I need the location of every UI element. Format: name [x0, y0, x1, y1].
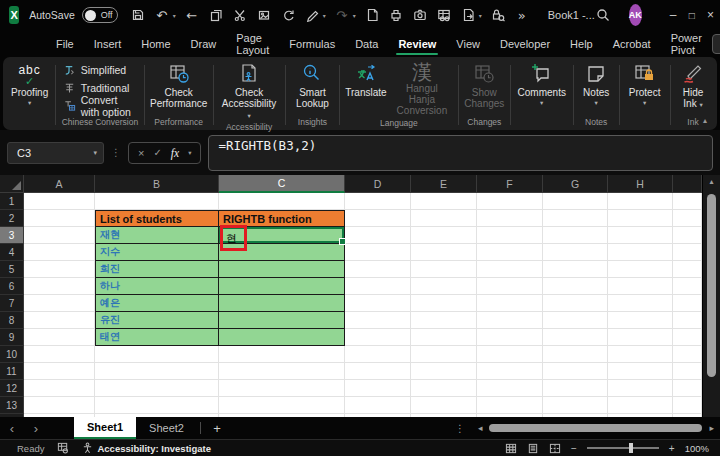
- tab-view[interactable]: View: [446, 30, 490, 57]
- tab-developer[interactable]: Developer: [490, 30, 560, 57]
- row-header[interactable]: 7: [0, 295, 24, 312]
- page-layout-view-icon[interactable]: [527, 443, 539, 454]
- cut-icon[interactable]: [232, 7, 248, 23]
- student-cell-b7[interactable]: 예은: [95, 295, 219, 312]
- notes-button[interactable]: Notes ▾: [576, 60, 616, 107]
- page-break-view-icon[interactable]: [549, 443, 561, 454]
- column-header-a[interactable]: A: [24, 175, 95, 193]
- tab-file[interactable]: File: [46, 30, 84, 57]
- row-header-selected[interactable]: 3: [0, 227, 24, 244]
- insert-function-icon[interactable]: fx: [171, 147, 179, 159]
- tab-insert[interactable]: Insert: [84, 30, 132, 57]
- redo-icon[interactable]: ↷: [334, 7, 350, 23]
- column-header-e[interactable]: E: [411, 175, 477, 193]
- export-icon[interactable]: [460, 7, 476, 23]
- student-cell-b4[interactable]: 지수: [95, 244, 219, 261]
- formula-input[interactable]: =RIGHTB(B3,2): [208, 135, 713, 171]
- scroll-up-icon[interactable]: ▴: [703, 177, 720, 186]
- row-header[interactable]: 8: [0, 312, 24, 329]
- check-accessibility-button[interactable]: Check Accessibility ▾: [216, 60, 282, 121]
- horizontal-scrollbar-thumb[interactable]: [489, 424, 702, 432]
- permissions-icon[interactable]: [490, 7, 506, 23]
- smart-lookup-button[interactable]: Smart Lookup: [288, 60, 336, 109]
- student-cell-b9[interactable]: 태연: [95, 329, 219, 346]
- convert-with-option-button[interactable]: Convert with option: [59, 97, 142, 114]
- normal-view-icon[interactable]: [505, 443, 517, 454]
- row-header[interactable]: 13: [0, 397, 24, 414]
- select-all-corner[interactable]: [0, 175, 24, 193]
- result-cell-c8[interactable]: [219, 312, 345, 329]
- autosave-toggle[interactable]: Off: [82, 7, 118, 23]
- check-performance-button[interactable]: Check Performance: [148, 60, 210, 109]
- row-header[interactable]: 11: [0, 363, 24, 380]
- add-sheet-button[interactable]: +: [204, 417, 230, 439]
- scroll-right-icon[interactable]: ▸: [709, 423, 714, 433]
- tab-acrobat[interactable]: Acrobat: [603, 30, 661, 57]
- vertical-scrollbar-thumb[interactable]: [707, 194, 716, 377]
- zoom-level[interactable]: 100%: [685, 443, 709, 454]
- search-icon[interactable]: [595, 8, 611, 22]
- show-formulas-icon[interactable]: [436, 7, 452, 23]
- copy-icon[interactable]: [208, 7, 224, 23]
- proofing-button[interactable]: abc ✓ Proofing ▾: [7, 60, 52, 107]
- zoom-slider-thumb[interactable]: [629, 443, 633, 453]
- next-sheet-button[interactable]: ›: [24, 417, 48, 439]
- prev-sheet-button[interactable]: ‹: [0, 417, 24, 439]
- row-header[interactable]: 4: [0, 244, 24, 261]
- row-header[interactable]: 6: [0, 278, 24, 295]
- column-header-d[interactable]: D: [345, 175, 411, 193]
- result-cell-c6[interactable]: [219, 278, 345, 295]
- pane-splitter-icon[interactable]: ⋮: [455, 423, 465, 434]
- table-header-b2[interactable]: List of students: [95, 210, 219, 227]
- avatar[interactable]: AK: [629, 4, 642, 26]
- comments-ribbon-button[interactable]: Comments ▾: [514, 60, 570, 107]
- tab-power-pivot[interactable]: Power Pivot: [661, 30, 712, 57]
- translate-button[interactable]: Translate: [343, 60, 389, 98]
- row-header[interactable]: 5: [0, 261, 24, 278]
- undo-icon[interactable]: ↶: [154, 7, 170, 23]
- close-button[interactable]: ×: [701, 0, 720, 30]
- camera-icon[interactable]: [412, 7, 428, 23]
- column-header-h[interactable]: H: [608, 175, 673, 193]
- comments-toggle-button[interactable]: Comments: [712, 34, 720, 54]
- enter-icon[interactable]: ✓: [153, 147, 161, 158]
- save-icon[interactable]: [130, 7, 146, 23]
- draw-pen-icon[interactable]: [304, 7, 320, 23]
- protect-button[interactable]: Protect ▾: [623, 60, 667, 107]
- cancel-icon[interactable]: ×: [138, 147, 144, 159]
- student-cell-b5[interactable]: 희진: [95, 261, 219, 278]
- zoom-slider[interactable]: [587, 447, 659, 449]
- tab-data[interactable]: Data: [345, 30, 388, 57]
- result-cell-c7[interactable]: [219, 295, 345, 312]
- pen-chevron-icon[interactable]: ▾: [323, 12, 326, 19]
- fx-chevron-icon[interactable]: ▾: [188, 149, 191, 157]
- maximize-button[interactable]: □: [682, 0, 701, 30]
- row-header[interactable]: 9: [0, 329, 24, 346]
- macro-record-icon[interactable]: [57, 442, 69, 454]
- column-header-f[interactable]: F: [477, 175, 543, 193]
- name-box[interactable]: C3 ▾: [7, 142, 104, 164]
- simplified-button[interactable]: Simplified: [59, 61, 142, 78]
- tab-help[interactable]: Help: [560, 30, 603, 57]
- row-header[interactable]: 2: [0, 210, 24, 227]
- student-cell-b8[interactable]: 유진: [95, 312, 219, 329]
- tab-review[interactable]: Review: [388, 30, 446, 57]
- sheet-tab-sheet2[interactable]: Sheet2: [136, 417, 197, 439]
- vertical-scrollbar[interactable]: ▴: [702, 175, 720, 417]
- accessibility-status[interactable]: Accessibility: Investigate: [82, 442, 211, 454]
- hangul-hanja-button[interactable]: 漢 Hangul Hanja Conversion: [389, 60, 455, 117]
- redo-chevron-icon[interactable]: ▾: [353, 12, 356, 19]
- sync-icon[interactable]: [280, 7, 296, 23]
- student-cell-b3[interactable]: 재현: [95, 227, 219, 244]
- minimize-button[interactable]: –: [664, 0, 683, 30]
- collapse-ribbon-icon[interactable]: ▴: [703, 116, 707, 125]
- row-header[interactable]: 1: [0, 193, 24, 210]
- student-cell-b6[interactable]: 하나: [95, 278, 219, 295]
- new-file-icon[interactable]: [364, 7, 380, 23]
- tab-home[interactable]: Home: [131, 30, 180, 57]
- hide-ink-button[interactable]: Hide Ink ▾: [673, 60, 713, 109]
- tab-draw[interactable]: Draw: [181, 30, 227, 57]
- overflow-icon[interactable]: »: [514, 7, 530, 23]
- zoom-out-button[interactable]: −: [571, 443, 577, 454]
- column-header-c[interactable]: C: [219, 175, 345, 193]
